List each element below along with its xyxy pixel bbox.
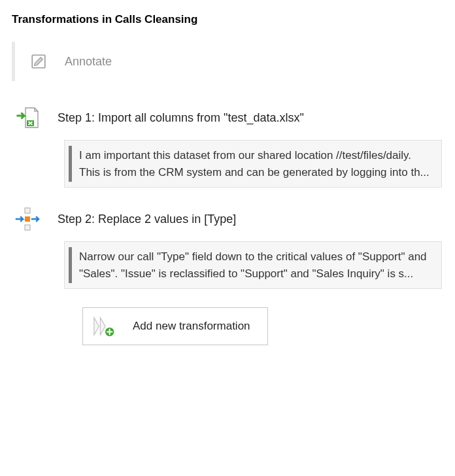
panel-title: Transformations in Calls Cleansing: [12, 13, 442, 26]
add-transformation-button[interactable]: Add new transformation: [82, 307, 268, 345]
step-header[interactable]: Step 1: Import all columns from "test_da…: [12, 105, 442, 140]
step-title: Step 2: Replace 2 values in [Type]: [58, 212, 236, 226]
step-note[interactable]: I am important this dataset from our sha…: [64, 140, 442, 188]
replace-values-icon: [13, 206, 42, 232]
add-transformation-icon: [92, 314, 118, 338]
step-note[interactable]: Narrow our call "Type" field down to the…: [64, 241, 442, 289]
step-item[interactable]: Step 2: Replace 2 values in [Type] Narro…: [12, 206, 442, 289]
step-note-text: I am important this dataset from our sha…: [76, 147, 432, 180]
annotate-label: Annotate: [65, 55, 112, 69]
step-note-text: Narrow our call "Type" field down to the…: [76, 248, 432, 282]
svg-rect-4: [25, 216, 30, 222]
svg-rect-2: [25, 208, 30, 213]
step-title: Step 1: Import all columns from "test_da…: [58, 111, 304, 125]
add-transformation-label: Add new transformation: [133, 320, 250, 333]
annotate-button[interactable]: Annotate: [12, 42, 442, 81]
import-excel-icon: [13, 105, 42, 131]
svg-rect-3: [25, 225, 30, 230]
step-header[interactable]: Step 2: Replace 2 values in [Type]: [12, 206, 442, 241]
step-item[interactable]: Step 1: Import all columns from "test_da…: [12, 105, 442, 188]
pencil-icon: [28, 51, 49, 72]
